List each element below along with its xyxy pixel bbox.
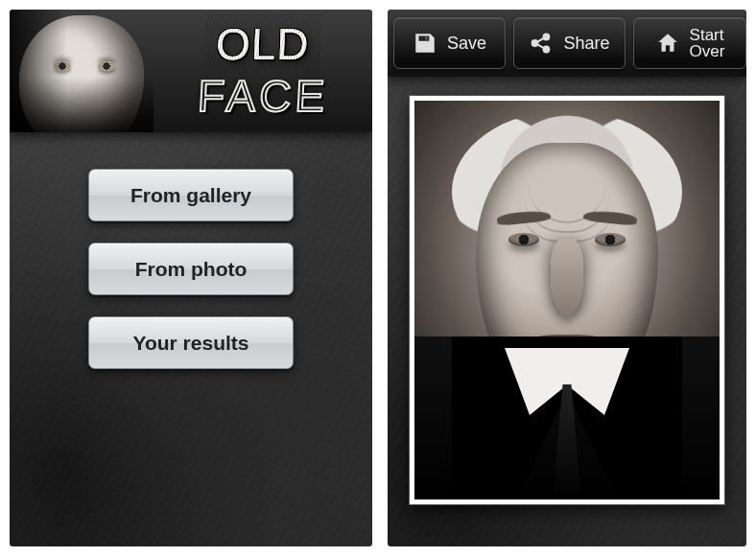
result-image-frame — [410, 96, 724, 504]
start-over-button[interactable]: Start Over — [633, 17, 746, 69]
from-gallery-button[interactable]: From gallery — [88, 169, 294, 221]
result-image — [414, 101, 720, 499]
svg-rect-0 — [425, 36, 428, 40]
save-icon — [413, 31, 437, 56]
main-menu: From gallery From photo Your results — [10, 169, 372, 369]
svg-line-4 — [537, 38, 545, 42]
logo-word-face: FACE — [197, 70, 330, 122]
start-over-button-label: Start Over — [690, 27, 725, 59]
app-logo: OLD FACE — [154, 10, 372, 132]
result-toolbar: Save Share — [388, 10, 746, 77]
share-button[interactable]: Share — [513, 17, 626, 69]
save-button[interactable]: Save — [393, 17, 506, 69]
share-icon — [529, 31, 554, 56]
share-button-label: Share — [563, 34, 609, 54]
save-button-label: Save — [447, 34, 486, 54]
from-photo-button[interactable]: From photo — [88, 243, 294, 295]
logo-word-old: OLD — [207, 16, 319, 70]
app-header: OLD FACE — [10, 10, 372, 132]
your-results-button[interactable]: Your results — [88, 316, 294, 369]
svg-line-5 — [537, 44, 545, 48]
home-icon — [655, 31, 680, 56]
home-screen: OLD FACE From gallery From photo Your re… — [10, 10, 372, 546]
header-face-thumbnail — [10, 10, 154, 132]
result-screen: Save Share — [388, 10, 746, 546]
